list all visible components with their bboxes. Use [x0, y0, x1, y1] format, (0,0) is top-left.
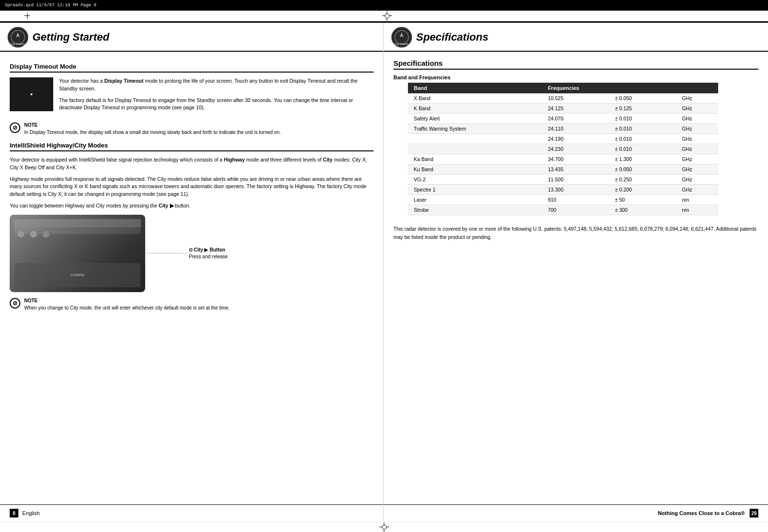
- cell-band: K Band: [408, 103, 542, 114]
- cell-unit: GHz: [676, 185, 718, 195]
- city-button-callout: ⊙ City ▶ Button Press and release: [148, 247, 228, 260]
- cell-unit: GHz: [676, 164, 718, 175]
- timeout-para-2: The factory default is for Display Timeo…: [59, 97, 374, 112]
- right-page-title: Specifications: [416, 31, 488, 44]
- specs-table-row: K Band24.125± 0.125GHz: [408, 103, 718, 114]
- specs-subtitle: Band and Frequencies: [393, 74, 758, 80]
- device-image: COBRA: [10, 215, 145, 292]
- cell-unit: GHz: [676, 114, 718, 124]
- cell-unit: GHz: [676, 124, 718, 134]
- intellishield-note-block: ⊘ NOTE When you change to City mode, the…: [10, 297, 374, 311]
- cell-freq: 24.230: [542, 144, 609, 154]
- specs-table: Band Frequencies X Band10.525± 0.050GHzK…: [408, 83, 718, 215]
- cell-unit: nm: [676, 195, 718, 205]
- specs-table-row: Safety Alert24.070± 0.010GHz: [408, 114, 718, 124]
- section-display-timeout-title: Display Timeout Mode: [10, 63, 374, 73]
- cell-freq: 13.300: [542, 185, 609, 195]
- left-page: Your Detector Getting Started Display Ti…: [0, 23, 384, 521]
- reg-mark-bottom: [379, 522, 389, 532]
- cell-freq: 700: [542, 205, 609, 215]
- cell-tolerance: ± 0.010: [609, 114, 677, 124]
- timeout-note-block: ⊘ NOTE In Display Timeout mode, the disp…: [10, 121, 374, 136]
- cell-tolerance: ± 50: [609, 195, 677, 205]
- right-page: Your Detector Specifications Specificati…: [384, 23, 768, 521]
- specs-table-row: Traffic Warning System24.110± 0.010GHz: [408, 124, 718, 134]
- cell-freq: 11.500: [542, 175, 609, 185]
- display-timeout-content: Your detector has a Display Timeout mode…: [10, 77, 374, 116]
- intellishield-para-2: Highway mode provides full response to a…: [10, 176, 374, 198]
- note-label-1: NOTE: [24, 121, 281, 129]
- specs-table-row: Ka Band34.700± 1.300GHz: [408, 154, 718, 164]
- tagline-rest: Comes Close to a Cobra®: [678, 510, 745, 516]
- cell-freq: 13.435: [542, 164, 609, 175]
- top-bar: Spreads.qxd 11/9/07 12:19 PM Page 8: [0, 0, 768, 11]
- cell-band: Spectre 1: [408, 185, 542, 195]
- cell-tolerance: ± 300: [609, 205, 677, 215]
- footer-tagline: Nothing Comes Close to a Cobra®: [658, 510, 745, 516]
- specs-table-row: 24.190± 0.010GHz: [408, 134, 718, 144]
- cell-tolerance: ± 0.250: [609, 175, 677, 185]
- cell-band: VG-2: [408, 175, 542, 185]
- cell-unit: GHz: [676, 175, 718, 185]
- svg-text:Your Detector: Your Detector: [394, 43, 409, 45]
- cell-unit: GHz: [676, 103, 718, 114]
- specs-table-row: VG-211.500± 0.250GHz: [408, 175, 718, 185]
- intellishield-para-3: You can toggle between Highway and City …: [10, 202, 374, 210]
- cell-unit: nm: [676, 205, 718, 215]
- cell-tolerance: ± 0.050: [609, 93, 677, 103]
- cell-band: [408, 144, 542, 154]
- callout-line1: ⊙ City ▶ Button: [189, 247, 228, 253]
- cell-freq: 24.190: [542, 134, 609, 144]
- cell-band: [408, 134, 542, 144]
- cell-band: Laser: [408, 195, 542, 205]
- cell-unit: GHz: [676, 93, 718, 103]
- cell-freq: 24.070: [542, 114, 609, 124]
- cell-tolerance: ± 0.010: [609, 124, 677, 134]
- cell-band: Strobe: [408, 205, 542, 215]
- specs-table-header-row: Band Frequencies: [408, 83, 718, 93]
- timeout-description: Your detector has a Display Timeout mode…: [59, 77, 374, 116]
- callout-line2: Press and release: [189, 253, 228, 260]
- left-page-title: Getting Started: [32, 31, 109, 44]
- cell-freq: 34.700: [542, 154, 609, 164]
- specs-table-row: Ku Band13.435± 0.050GHz: [408, 164, 718, 175]
- specs-table-row: Spectre 113.300± 0.200GHz: [408, 185, 718, 195]
- right-page-header: Your Detector Specifications: [384, 23, 768, 52]
- file-info: Spreads.qxd 11/9/07 12:19 PM Page 8: [5, 3, 96, 8]
- cell-tolerance: ± 0.010: [609, 134, 677, 144]
- cell-band: Ka Band: [408, 154, 542, 164]
- cell-freq: 24.125: [542, 103, 609, 114]
- device-image-section: COBRA ⊙ City ▶ Button Press and release: [10, 215, 374, 292]
- detector-icon-right: Your Detector: [391, 27, 412, 48]
- cell-freq: 24.110: [542, 124, 609, 134]
- timeout-note-text: NOTE In Display Timeout mode, the displa…: [24, 121, 281, 136]
- right-page-number: 29: [750, 509, 758, 517]
- col-frequencies: Frequencies: [542, 83, 718, 93]
- specs-table-row: X Band10.525± 0.050GHz: [408, 93, 718, 103]
- reg-mark-top: [382, 11, 392, 21]
- left-page-body: Display Timeout Mode Your detector has a…: [0, 52, 383, 504]
- note-icon-1: ⊘: [10, 122, 20, 133]
- note-icon-2: ⊘: [10, 298, 20, 309]
- cell-tolerance: ± 0.200: [609, 185, 677, 195]
- crop-mark-top-left: [24, 15, 30, 16]
- svg-text:Your Detector: Your Detector: [11, 43, 26, 45]
- screen-image: [10, 77, 53, 111]
- intellishield-text: Your detector is equipped with IntelliSh…: [10, 156, 374, 210]
- intellishield-note-text: NOTE When you change to City mode, the u…: [24, 297, 230, 311]
- note-label-2: NOTE: [24, 297, 230, 304]
- cell-tolerance: ± 0.050: [609, 164, 677, 175]
- screen-dot: [30, 93, 32, 95]
- right-footer: Nothing Comes Close to a Cobra® 29: [384, 504, 768, 521]
- right-page-body: Specifications Band and Frequencies Band…: [384, 52, 768, 504]
- cell-tolerance: ± 0.125: [609, 103, 677, 114]
- note-body-2: When you change to City mode, the unit w…: [24, 304, 230, 311]
- patent-text: This radar detector is covered by one or…: [393, 225, 758, 241]
- cell-unit: GHz: [676, 134, 718, 144]
- cell-band: Ku Band: [408, 164, 542, 175]
- detector-icon-left: Your Detector: [7, 27, 29, 48]
- cell-band: X Band: [408, 93, 542, 103]
- specs-table-row: Laser910± 50nm: [408, 195, 718, 205]
- cell-unit: GHz: [676, 144, 718, 154]
- section-intellishield-title: IntelliShield Highway/City Modes: [10, 142, 374, 151]
